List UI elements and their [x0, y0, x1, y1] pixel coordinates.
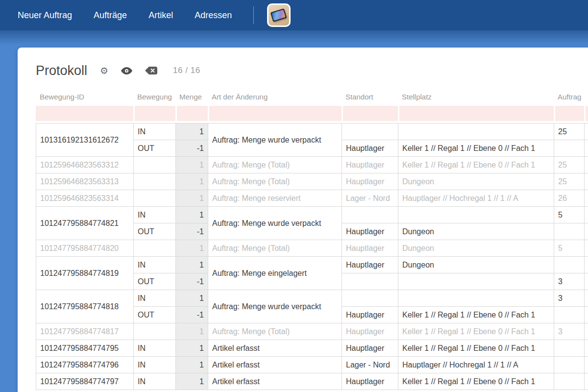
- cell-extra: [585, 357, 588, 373]
- cell-art: Auftrag: Menge (Total): [208, 240, 342, 257]
- cell-extra: [585, 223, 588, 240]
- cell-menge: -1: [176, 140, 208, 157]
- filter-input-2[interactable]: [175, 106, 208, 121]
- cell-menge: 1: [176, 323, 208, 340]
- cell-extra: [585, 123, 588, 140]
- cell-auftrag: 3: [554, 290, 585, 307]
- cell-stellplatz: Keller 1 // Regal 1 // Ebene 0 // Fach 1: [398, 157, 554, 173]
- tablet-image: [269, 5, 289, 25]
- cell-auftrag: 25: [554, 123, 585, 140]
- cell-menge: 1: [176, 157, 208, 173]
- cell-bewegung-id: 101247795884774818: [36, 290, 134, 323]
- table-row[interactable]: 101247795884774795IN1Artikel erfasstHaup…: [36, 340, 588, 357]
- protokoll-table-header: Bewegung-IDBewegungMengeArt der Änderung…: [36, 93, 588, 121]
- table-row[interactable]: 1012596468235633131Auftrag: Menge (Total…: [36, 173, 588, 190]
- cell-bewegung: OUT: [134, 307, 176, 323]
- table-row[interactable]: 101247795884774818IN1Auftrag: Menge wurd…: [36, 290, 588, 307]
- cell-stellplatz: Keller 1 // Regal 1 // Ebene 0 // Fach 1: [398, 140, 554, 157]
- col-header-6[interactable]: Auftrag: [554, 93, 584, 106]
- eye-icon[interactable]: [121, 65, 132, 76]
- cell-bewegung: OUT: [134, 223, 176, 240]
- cell-menge: 1: [176, 207, 208, 223]
- cell-standort: Hauptlager: [342, 340, 398, 357]
- table-row[interactable]: 1012477958847748171Auftrag: Menge (Total…: [36, 323, 588, 340]
- cell-extra: [585, 340, 588, 357]
- col-header-1[interactable]: Bewegung: [133, 93, 175, 106]
- cell-bewegung-id: 101247795884774821: [36, 207, 134, 240]
- cell-auftrag: 5: [554, 207, 585, 223]
- filter-input-0[interactable]: [36, 106, 133, 121]
- table-row[interactable]: 1012477958847748201Auftrag: Menge (Total…: [36, 240, 588, 257]
- filter-input-5[interactable]: [398, 106, 554, 121]
- cell-art: Auftrag: Menge wurde verpackt: [208, 290, 342, 323]
- nav-divider: [253, 6, 254, 24]
- background-gradient-strip: [0, 30, 588, 45]
- page-title: Protokoll: [36, 63, 87, 78]
- table-row[interactable]: 101247795884774797IN1Artikel erfasstHaup…: [36, 373, 588, 390]
- cell-art: Auftrag: Menge reserviert: [208, 190, 342, 207]
- cell-stellplatz: Dungeon: [398, 223, 554, 240]
- cell-menge: 1: [176, 257, 208, 273]
- table-row[interactable]: 101316192131612672IN1Auftrag: Menge wurd…: [36, 123, 588, 140]
- col-header-5[interactable]: Stellplatz: [398, 93, 554, 106]
- gear-icon[interactable]: ⚙: [100, 65, 108, 76]
- cell-menge: 1: [176, 340, 208, 357]
- cell-extra: [585, 240, 588, 257]
- cell-auftrag: [554, 223, 585, 240]
- filter-input-1[interactable]: [133, 106, 175, 121]
- filter-input-6[interactable]: [554, 106, 584, 121]
- cell-bewegung-id: 101247795884774819: [36, 257, 134, 290]
- table-row[interactable]: 101247795884774821IN1Auftrag: Menge wurd…: [36, 207, 588, 223]
- nav-item-neuer-auftrag[interactable]: Neuer Auftrag: [18, 10, 72, 21]
- cell-bewegung: [134, 190, 176, 207]
- panel-header: Protokoll ⚙ 16 / 16: [36, 60, 588, 81]
- table-row[interactable]: 101247795884774819IN1Auftrag: Menge eing…: [36, 257, 588, 273]
- cell-bewegung-id: 101259646823563314: [36, 190, 134, 207]
- cell-stellplatz: Keller 1 // Regal 1 // Ebene 0 // Fach 1: [398, 340, 554, 357]
- col-header-7[interactable]: L: [584, 93, 588, 106]
- cell-bewegung: OUT: [134, 273, 176, 290]
- table-row[interactable]: 1012596468235633141Auftrag: Menge reserv…: [36, 190, 588, 207]
- cell-menge: 1: [176, 290, 208, 307]
- cell-bewegung-id: 101316192131612672: [36, 123, 134, 157]
- cell-bewegung: IN: [134, 340, 176, 357]
- cell-menge: 1: [176, 357, 208, 373]
- nav-item-auftraege[interactable]: Aufträge: [94, 10, 127, 21]
- nav-item-adressen[interactable]: Adressen: [195, 10, 232, 21]
- cell-standort: Hauptlager: [342, 257, 398, 273]
- clear-filter-icon[interactable]: [145, 65, 157, 76]
- filter-input-4[interactable]: [342, 106, 398, 121]
- cell-art: Artikel erfasst: [208, 373, 342, 390]
- header-row: Bewegung-IDBewegungMengeArt der Änderung…: [36, 93, 588, 106]
- cell-stellplatz: Hauptlager // Hochregal 1 // 1 // A: [398, 357, 554, 373]
- cell-bewegung: [134, 173, 176, 190]
- col-header-2[interactable]: Menge: [175, 93, 208, 106]
- cell-art: Auftrag: Menge (Total): [208, 323, 342, 340]
- tablet-photo-icon[interactable]: [267, 3, 291, 27]
- cell-art: Auftrag: Menge (Total): [208, 157, 342, 173]
- cell-auftrag: [554, 373, 585, 390]
- table-row[interactable]: 101247795884774796IN1Artikel erfasstLage…: [36, 357, 588, 373]
- cell-standort: Hauptlager: [342, 140, 398, 157]
- cell-extra: [585, 190, 588, 207]
- cell-standort: Hauptlager: [342, 240, 398, 257]
- table-row[interactable]: 1012596468235633121Auftrag: Menge (Total…: [36, 157, 588, 173]
- cell-bewegung: [134, 240, 176, 257]
- cell-menge: 1: [176, 190, 208, 207]
- cell-auftrag: [554, 307, 585, 323]
- col-header-0[interactable]: Bewegung-ID: [36, 93, 133, 106]
- cell-menge: -1: [176, 273, 208, 290]
- cell-standort: Hauptlager: [342, 307, 398, 323]
- col-header-3[interactable]: Art der Änderung: [208, 93, 342, 106]
- col-header-4[interactable]: Standort: [342, 93, 398, 106]
- nav-item-artikel[interactable]: Artikel: [148, 10, 173, 21]
- cell-bewegung-id: 101259646823563313: [36, 173, 134, 190]
- cell-art: Artikel erfasst: [208, 340, 342, 357]
- filter-input-3[interactable]: [208, 106, 342, 121]
- cell-auftrag: 25: [554, 157, 585, 173]
- cell-stellplatz: Dungeon: [398, 257, 554, 273]
- cell-bewegung-id: 101259646823563312: [36, 157, 134, 173]
- cell-extra: [585, 307, 588, 323]
- cell-standort: [342, 290, 398, 307]
- filter-input-7[interactable]: [584, 106, 588, 121]
